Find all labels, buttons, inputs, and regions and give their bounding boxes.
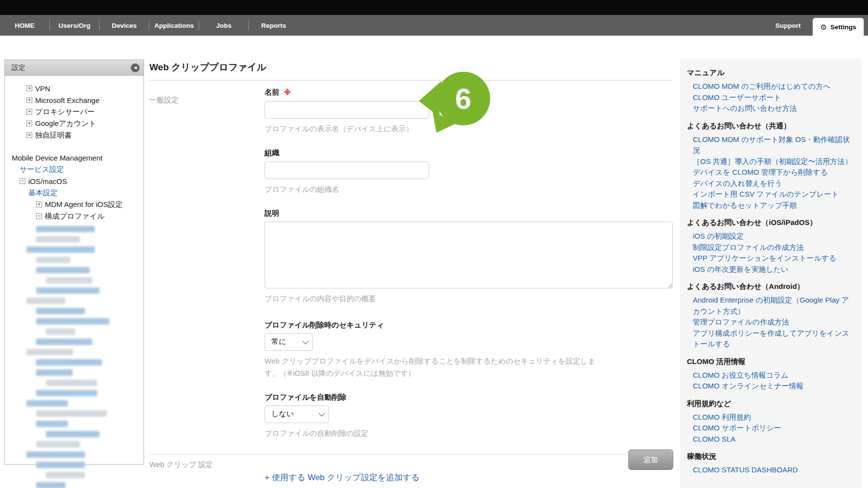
gear-icon: ⚙ [820,23,827,31]
chevron-down-icon [303,338,309,345]
expand-icon[interactable]: + [26,132,32,138]
sidebar-item-label: Microsoft Exchange [35,96,100,104]
redacted-item [46,277,92,284]
expand-icon[interactable]: + [36,202,42,207]
expand-icon[interactable]: + [26,121,32,126]
sidebar-item-vpn[interactable]: +VPN [5,82,144,94]
help-link[interactable]: ［OS 共通］導入の手順（初期設定〜活用方法） [687,156,852,167]
sidebar-item-configuration-profile[interactable]: −構成プロファイル [5,210,144,222]
help-link[interactable]: サポートへのお問い合わせ方法 [687,103,852,114]
settings-tree-panel: 設定 ◀ +VPN+Microsoft Exchange+プロキシサーバー+Go… [4,60,144,465]
collapse-panel-button[interactable]: ◀ [131,63,140,72]
help-link[interactable]: CLOMO ユーザーサポート [687,92,852,103]
help-link[interactable]: CLOMO お役立ち情報コラム [687,370,852,381]
webclip-settings-section: Web クリップ 設定 + 使用する Web クリップ設定を追加する プロファイ… [149,454,673,488]
help-link[interactable]: デバイスの入れ替えを行う [687,178,852,189]
redacted-item [36,462,85,468]
nav-item-users-org[interactable]: Users/Org [50,22,99,29]
sidebar-item-label: VPN [35,84,50,93]
redacted-item [46,328,75,335]
collapse-icon[interactable]: − [20,178,25,184]
section-label-general: 一般設定 [149,96,179,105]
sidebar-item-ios-macos[interactable]: −iOS/macOS [5,175,144,187]
sidebar-item-proxy-server[interactable]: +プロキシサーバー [5,106,144,118]
org-input[interactable] [265,162,429,179]
help-section-title-faq-android: よくあるお問い合わせ（Android） [687,282,852,291]
settings-panel-header: 設定 ◀ [5,60,144,76]
redacted-tree-items [5,226,144,488]
chevron-left-icon: ◀ [134,65,137,70]
name-hint: プロファイルの表示名（デバイス上に表示） [265,122,673,135]
help-section-title-manual: マニュアル [687,68,852,78]
sidebar-item-label: MDM Agent for iOS設定 [45,200,123,209]
sidebar-item-basic-settings[interactable]: 基本設定 [5,187,144,199]
help-link[interactable]: デバイスを CLOMO 管理下から削除する [687,167,852,178]
sidebar-item-google-account[interactable]: +Googleアカウント [5,118,144,129]
sidebar-item-microsoft-exchange[interactable]: +Microsoft Exchange [5,94,144,106]
redacted-item [36,267,90,273]
nav-item-reports[interactable]: Reports [249,22,298,29]
expand-icon[interactable]: + [26,85,32,91]
help-link[interactable]: アプリ構成ポリシーを作成してアプリをインストールする [687,328,852,350]
security-select[interactable]: 常に [265,333,313,351]
settings-panel-title: 設定 [12,63,25,72]
nav-item-applications[interactable]: Applications [149,22,199,29]
redacted-item [36,410,107,417]
help-section-title-status: 稼働状況 [687,452,852,461]
sidebar-item-label: Googleアカウント [35,119,96,128]
name-field-label: 名前※ [265,88,673,97]
sidebar-item-mdm-agent-ios[interactable]: +MDM Agent for iOS設定 [5,199,144,210]
top-black-strip [0,0,868,15]
help-link[interactable]: iOS の初期設定 [687,231,852,242]
sidebar-item-label: Mobile Device Management [12,154,103,162]
redacted-item [26,246,95,253]
autodelete-select-value: しない [271,409,294,419]
sidebar-item-label: iOS/macOS [28,177,67,185]
desc-textarea[interactable] [265,222,673,288]
general-settings-section: 一般設定 名前※ プロファイルの表示名（デバイス上に表示） 組織 プロファイルの… [149,88,673,439]
sidebar-item-label: 構成プロファイル [45,212,104,221]
add-webclip-link[interactable]: + 使用する Web クリップ設定を追加する [265,472,419,483]
nav-item-support[interactable]: Support [775,15,801,36]
sidebar-item-mobile-device-management[interactable]: Mobile Device Management [5,152,144,163]
help-link[interactable]: CLOMO MDM のサポート対象 OS・動作確認状況 [687,134,852,156]
sidebar-item-label: サービス設定 [20,165,64,174]
sidebar-item-service-settings[interactable]: サービス設定 [5,163,144,175]
help-link[interactable]: CLOMO サポートポリシー [687,423,852,434]
help-link[interactable]: CLOMO MDM のご利用がはじめての方へ [687,81,852,92]
sidebar-item-custom-certificate[interactable]: +独自証明書 [5,129,144,141]
help-link[interactable]: CLOMO オンラインセミナー情報 [687,381,852,392]
redacted-item [36,236,80,243]
help-link[interactable]: CLOMO 利用規約 [687,412,852,423]
name-input[interactable] [265,101,429,119]
redacted-item [36,318,109,325]
redacted-item [26,451,85,458]
sidebar-item-label: 基本設定 [28,188,58,198]
nav-item-home[interactable]: HOME [0,22,49,29]
help-link[interactable]: 管理プロファイルの作成方法 [687,317,852,328]
help-link[interactable]: CLOMO SLA [687,434,852,445]
help-link[interactable]: VPP アプリケーションをインストールする [687,253,852,264]
desc-field-label: 説明 [265,209,673,218]
autodelete-select[interactable]: しない [265,406,329,423]
help-link[interactable]: 制限設定プロファイルの作成方法 [687,242,852,253]
main-content: Web クリッププロファイル 一般設定 名前※ プロファイルの表示名（デバイス上… [149,61,673,488]
security-field-label: プロファイル削除時のセキュリティ [265,321,673,330]
expand-icon[interactable]: + [26,109,32,115]
section-label-webclip: Web クリップ 設定 [149,460,213,469]
nav-item-devices[interactable]: Devices [100,22,149,29]
help-link[interactable]: iOS の年次更新を実施したい [687,264,852,275]
collapse-icon[interactable]: − [36,213,42,219]
help-link[interactable]: インポート用 CSV ファイルのテンプレート [687,189,852,200]
sidebar-item-label: プロキシサーバー [35,107,95,117]
help-link[interactable]: 図解でわかるセットアップ手順 [687,200,852,211]
redacted-item [36,482,65,488]
redacted-item [46,431,100,437]
add-button[interactable]: 追加 [628,449,673,470]
tab-settings[interactable]: ⚙ Settings [812,18,864,36]
help-link[interactable]: Android Enterprise の初期設定（Google Play アカウ… [687,295,852,317]
nav-item-jobs[interactable]: Jobs [199,22,248,29]
help-link[interactable]: CLOMO STATUS DASHBOARD [687,465,852,476]
expand-icon[interactable]: + [26,97,32,103]
help-panel: マニュアルCLOMO MDM のご利用がはじめての方へCLOMO ユーザーサポー… [680,59,861,488]
